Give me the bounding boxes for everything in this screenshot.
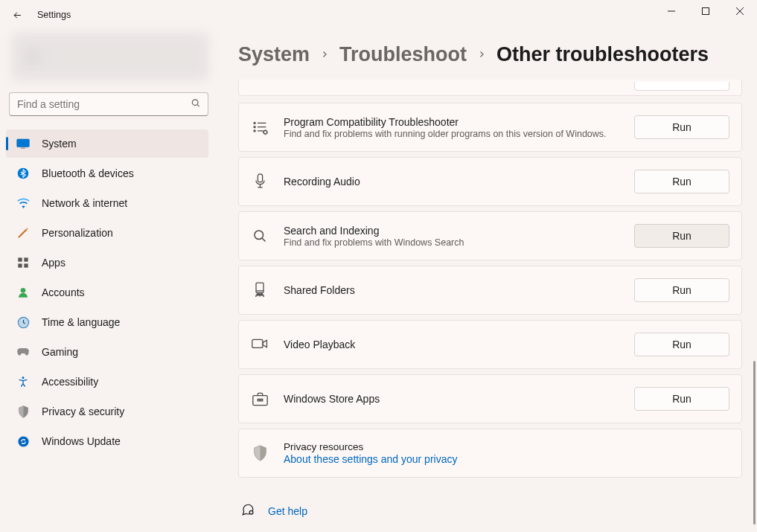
sidebar-item-label: Accounts [42,286,85,298]
troubleshooter-card-partial [238,80,742,96]
search-icon [251,227,269,245]
card-title: Recording Audio [284,176,619,188]
troubleshooter-card-program-compat: Program Compatibility TroubleshooterFind… [238,103,742,152]
troubleshooter-card-video-playback: Video PlaybackRun [238,320,742,369]
sidebar-item-apps[interactable]: Apps [6,249,208,277]
svg-point-14 [254,122,255,124]
svg-rect-23 [252,339,263,347]
svg-rect-6 [24,257,28,261]
svg-rect-0 [703,8,709,15]
card-description: Find and fix problems with Windows Searc… [284,237,619,248]
personalization-icon [16,226,30,240]
breadcrumb-system[interactable]: System [238,43,310,66]
sidebar-item-label: System [42,138,77,150]
account-header[interactable] [12,33,208,80]
sidebar-item-personalization[interactable]: Personalization [6,219,208,247]
time-icon [16,315,30,329]
card-description: Find and fix problems with running older… [284,129,619,139]
sidebar-item-gaming[interactable]: Gaming [6,338,208,366]
shared-folder-icon [251,281,269,299]
update-icon [16,435,30,448]
chevron-right-icon [477,49,486,61]
card-title: Windows Store Apps [284,393,619,405]
troubleshooter-card-shared-folders: Shared FoldersRun [238,266,742,315]
troubleshooter-card-recording-audio: Recording AudioRun [238,157,742,206]
sidebar-item-network[interactable]: Network & internet [6,189,208,217]
get-help-icon [241,503,255,519]
sidebar-item-label: Windows Update [42,435,121,447]
sidebar-item-label: Network & internet [42,197,127,209]
svg-rect-18 [258,174,262,182]
privacy-icon [16,405,30,418]
search-input[interactable] [9,92,208,116]
maximize-icon [702,7,709,15]
svg-rect-24 [252,395,266,405]
store-icon [251,390,269,408]
scrollbar[interactable] [753,97,756,525]
shield-icon [251,444,269,462]
svg-rect-7 [18,263,22,267]
privacy-title: Privacy resources [284,441,729,452]
scrollbar-thumb[interactable] [753,361,756,525]
sidebar-item-system[interactable]: System [6,129,208,158]
troubleshooter-card-search-indexing: Search and IndexingFind and fix problems… [238,211,742,260]
svg-rect-8 [24,263,28,267]
sidebar-item-time[interactable]: Time & language [6,308,208,336]
run-button-recording-audio[interactable]: Run [634,170,729,193]
accounts-icon [16,286,30,299]
card-title: Video Playback [284,339,619,350]
breadcrumb-troubleshoot[interactable]: Troubleshoot [339,43,467,66]
run-button-partial[interactable] [634,82,729,91]
card-title: Shared Folders [284,284,619,296]
sidebar-item-label: Time & language [42,316,120,328]
privacy-resources-card: Privacy resourcesAbout these settings an… [238,429,742,478]
sidebar-item-label: Bluetooth & devices [42,167,134,179]
minimize-icon [668,7,675,15]
close-button[interactable] [723,0,757,22]
get-help-link[interactable]: Get help [268,505,307,517]
microphone-icon [251,173,269,190]
svg-point-25 [249,510,253,514]
sidebar-item-label: Gaming [42,346,78,358]
chevron-right-icon [320,49,329,61]
card-title: Search and Indexing [284,225,619,237]
minimize-button[interactable] [654,0,689,22]
run-button-program-compat[interactable]: Run [634,115,729,139]
sidebar-item-accounts[interactable]: Accounts [6,278,208,307]
sidebar-item-bluetooth[interactable]: Bluetooth & devices [6,159,208,188]
run-button-shared-folders[interactable]: Run [634,278,729,302]
gaming-icon [16,345,30,359]
sidebar-item-update[interactable]: Windows Update [6,427,208,455]
svg-rect-2 [17,139,30,147]
svg-point-15 [254,126,255,127]
maximize-button[interactable] [689,0,723,22]
breadcrumb: System Troubleshoot Other troubleshooter… [238,43,742,66]
svg-point-9 [21,288,26,293]
svg-point-17 [263,130,267,134]
list-settings-icon [251,118,269,136]
svg-rect-3 [21,148,25,149]
card-title: Program Compatibility Troubleshooter [284,116,619,128]
sidebar-item-label: Apps [42,257,66,269]
troubleshooter-card-windows-store: Windows Store AppsRun [238,374,742,423]
svg-point-16 [254,129,255,131]
run-button-video-playback[interactable]: Run [634,333,729,356]
video-icon [251,336,269,353]
sidebar-item-privacy[interactable]: Privacy & security [6,397,208,426]
svg-point-12 [22,376,25,379]
sidebar-item-label: Privacy & security [42,406,124,417]
system-icon [16,137,30,150]
run-button-windows-store[interactable]: Run [634,387,729,411]
svg-rect-5 [18,257,22,261]
apps-icon [16,256,30,269]
sidebar-item-accessibility[interactable]: Accessibility [6,368,208,396]
run-button-search-indexing[interactable]: Run [634,224,729,248]
privacy-link[interactable]: About these settings and your privacy [284,453,729,465]
network-icon [16,196,30,210]
arrow-left-icon [12,10,23,21]
back-button[interactable] [7,5,27,25]
bluetooth-icon [16,167,30,180]
accessibility-icon [16,375,30,388]
close-icon [736,7,744,15]
svg-point-19 [255,231,263,240]
